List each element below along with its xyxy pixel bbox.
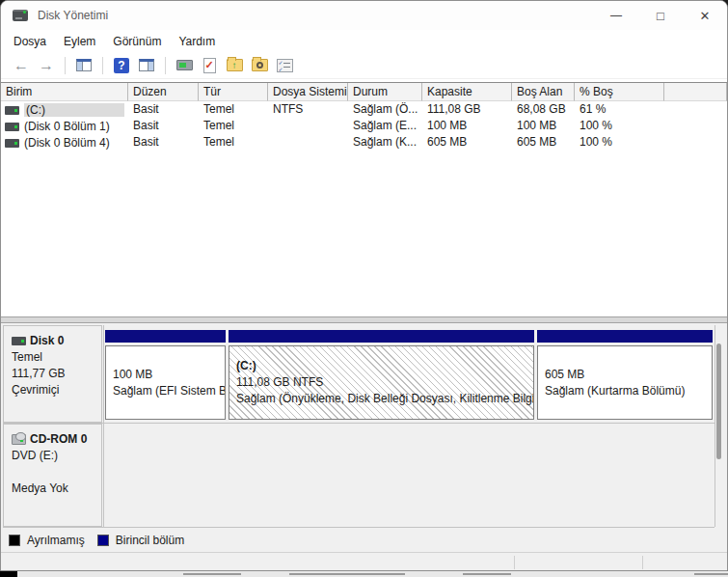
help-icon[interactable]: ? [111, 56, 132, 75]
column-header-duzen[interactable]: Düzen [128, 83, 199, 101]
minimize-button[interactable]: — [594, 1, 638, 30]
volume-list-header: Birim Düzen Tür Dosya Sistemi Durum Kapa… [1, 83, 727, 101]
table-row-bolum1[interactable]: (Disk 0 Bölüm 1) Basit Temel Sağlam (E..… [1, 118, 727, 134]
cdrom-name: CD-ROM 0 [30, 431, 87, 448]
folder-up-icon[interactable]: ↑ [224, 56, 245, 75]
primary-partition-label: Birincil bölüm [116, 534, 184, 547]
partition-header-bar [105, 330, 226, 343]
menu-gorunum[interactable]: Görünüm [104, 32, 170, 51]
cell-kapasite: 605 MB [422, 134, 512, 151]
console-tree-icon[interactable] [73, 56, 94, 75]
cell-kapasite: 111,08 GB [422, 101, 512, 118]
vertical-scrollbar[interactable] [715, 326, 723, 527]
checklist-icon[interactable] [274, 56, 295, 75]
volume-name: (C:) [24, 103, 124, 117]
cdrom-drive: DVD (E:) [12, 448, 97, 464]
unallocated-label: Ayrılmamış [27, 534, 85, 547]
cell-yuzde-bos: 100 % [575, 118, 664, 134]
window-title: Disk Yönetimi [38, 9, 108, 22]
partition-label: (C:) [236, 358, 533, 374]
cell-duzen: Basit [128, 101, 199, 118]
cdrom0-panel[interactable]: CD-ROM 0 DVD (E:) Medya Yok [3, 424, 102, 527]
cell-dosya-sistemi: NTFS [268, 101, 348, 118]
disk-icon [12, 337, 26, 345]
cell-duzen: Basit [128, 118, 199, 134]
partition-size: 605 MB [545, 367, 712, 383]
cell-duzen: Basit [128, 134, 199, 151]
cdrom-icon [12, 434, 26, 445]
column-header-empty [664, 83, 727, 101]
partition-status: Sağlam (Önyükleme, Disk Belleği Dosyası,… [236, 391, 533, 407]
toolbar-separator [65, 57, 66, 74]
partition-header-bar [229, 330, 534, 343]
check-document-icon[interactable]: ✓ [199, 56, 220, 75]
cell-bos-alan: 605 MB [512, 134, 575, 151]
disk-status: Çevrimiçi [12, 382, 97, 398]
column-header-tur[interactable]: Tür [199, 83, 268, 101]
status-bar-divider [514, 556, 515, 569]
status-bar [1, 552, 727, 571]
menu-bar: Dosya Eylem Görünüm Yardım [1, 30, 727, 52]
volume-icon [5, 139, 19, 148]
toolbar-separator [102, 57, 103, 74]
column-header-kapasite[interactable]: Kapasite [422, 83, 512, 101]
row-divider [3, 423, 715, 424]
window-controls: — □ ✕ [594, 1, 727, 30]
cell-kapasite: 100 MB [422, 118, 512, 134]
forward-icon[interactable]: → [36, 56, 57, 75]
column-header-yuzde-bos[interactable]: % Boş [575, 83, 664, 101]
legend: Ayrılmamış Birincil bölüm [1, 529, 727, 552]
device-icon[interactable] [174, 56, 195, 75]
unallocated-swatch [9, 535, 20, 546]
cell-yuzde-bos: 61 % [575, 101, 664, 118]
pane-splitter[interactable] [1, 316, 727, 323]
partition-efi[interactable]: 100 MB Sağlam (EFI Sistem Bö [105, 330, 226, 420]
volume-name: (Disk 0 Bölüm 4) [24, 136, 110, 150]
partition-c[interactable]: (C:) 111,08 GB NTFS Sağlam (Önyükleme, D… [229, 330, 534, 420]
cell-tur: Temel [199, 134, 268, 151]
partition-recovery[interactable]: 605 MB Sağlam (Kurtarma Bölümü) [537, 330, 713, 420]
menu-yardim[interactable]: Yardım [170, 32, 224, 51]
volume-name: (Disk 0 Bölüm 1) [24, 120, 110, 133]
primary-partition-swatch [97, 535, 109, 546]
menu-dosya[interactable]: Dosya [5, 32, 55, 51]
screen: { "window": { "title": "Disk Yönetimi", … [0, 0, 728, 577]
cell-yuzde-bos: 100 % [575, 134, 664, 151]
volume-icon [5, 123, 19, 131]
volume-icon [5, 106, 19, 115]
toolbar: ← → ? ✓ ↑ [1, 52, 727, 79]
column-divider [103, 325, 104, 527]
column-header-dosya-sistemi[interactable]: Dosya Sistemi [268, 83, 348, 101]
cell-tur: Temel [199, 101, 268, 118]
partition-status: Sağlam (EFI Sistem Bö [113, 383, 225, 399]
folder-search-icon[interactable] [249, 56, 270, 75]
action-pane-icon[interactable] [136, 56, 157, 75]
cell-durum: Sağlam (K... [348, 134, 422, 151]
scrollbar-thumb[interactable] [716, 343, 721, 459]
disk-management-app-icon [13, 10, 28, 21]
volume-list: Birim Düzen Tür Dosya Sistemi Durum Kapa… [1, 82, 727, 316]
disk0-panel[interactable]: Disk 0 Temel 111,77 GB Çevrimiçi [3, 325, 102, 423]
partition-status: Sağlam (Kurtarma Bölümü) [545, 383, 712, 399]
menu-eylem[interactable]: Eylem [55, 32, 104, 51]
title-bar: Disk Yönetimi — □ ✕ [1, 1, 727, 30]
column-header-durum[interactable]: Durum [348, 83, 422, 101]
cell-bos-alan: 100 MB [512, 118, 575, 134]
partition-header-bar [537, 330, 713, 343]
row-divider [3, 527, 715, 528]
maximize-button[interactable]: □ [638, 1, 683, 30]
column-header-bos-alan[interactable]: Boş Alan [512, 83, 575, 101]
table-row-c[interactable]: (C:) Basit Temel NTFS Sağlam (Ö... 111,0… [1, 101, 727, 118]
cell-durum: Sağlam (E... [348, 118, 422, 134]
toolbar-separator [165, 57, 166, 74]
cell-tur: Temel [199, 118, 268, 134]
disk-type: Temel [12, 349, 97, 366]
column-header-birim[interactable]: Birim [1, 83, 128, 101]
table-row-bolum4[interactable]: (Disk 0 Bölüm 4) Basit Temel Sağlam (K..… [1, 134, 727, 151]
back-icon[interactable]: ← [11, 56, 32, 75]
graphical-view-pane: Disk 0 Temel 111,77 GB Çevrimiçi 100 MB … [1, 323, 727, 570]
cell-dosya-sistemi [268, 118, 348, 134]
cell-durum: Sağlam (Ö... [348, 101, 422, 118]
close-button[interactable]: ✕ [683, 1, 727, 30]
disk-management-window: Disk Yönetimi — □ ✕ Dosya Eylem Görünüm … [0, 0, 728, 571]
